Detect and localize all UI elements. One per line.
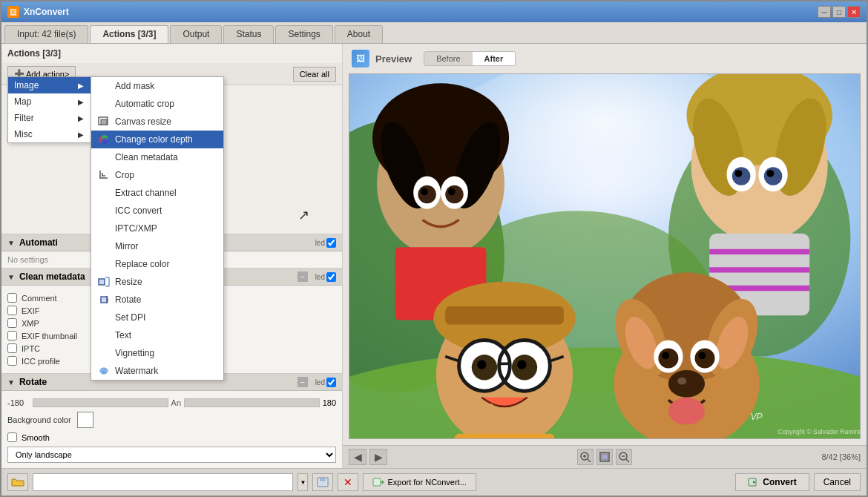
- svg-point-70: [677, 378, 686, 385]
- mirror-icon: [97, 240, 111, 252]
- fit-icon: [599, 451, 611, 463]
- submenu-icc-convert[interactable]: ICC convert: [91, 202, 223, 220]
- delete-button[interactable]: ✕: [338, 473, 358, 491]
- submenu-automatic-crop[interactable]: Automatic crop: [91, 95, 223, 113]
- path-dropdown-button[interactable]: ▼: [297, 473, 308, 491]
- add-mask-icon: [97, 80, 111, 92]
- image-submenu: Add mask Automatic crop Canvas resize: [91, 76, 224, 381]
- preview-image-svg: Copyright © Salvador Ramirez/estudio.es …: [349, 74, 860, 438]
- svg-point-21: [418, 185, 436, 204]
- export-icon: [372, 477, 384, 487]
- menu-item-misc[interactable]: Misc ▶: [8, 126, 96, 142]
- tab-settings[interactable]: Settings: [275, 25, 332, 43]
- submenu-set-dpi[interactable]: Set DPI: [91, 309, 223, 326]
- clean-metadata-icon: [97, 151, 111, 163]
- submenu-extract-channel[interactable]: Extract channel: [91, 184, 223, 202]
- svg-point-24: [448, 188, 456, 195]
- vignetting-icon: [97, 347, 111, 359]
- svg-point-4: [102, 138, 108, 144]
- window-controls: ─ □ ✕: [818, 6, 861, 18]
- output-path-input[interactable]: [33, 473, 293, 491]
- convert-icon: [748, 477, 760, 487]
- submenu-iptc-xmp[interactable]: IPTC/XMP: [91, 220, 223, 237]
- submenu-resize[interactable]: Resize: [91, 273, 223, 291]
- minimize-button[interactable]: ─: [818, 6, 831, 18]
- left-panel: Actions [3/3] ➕ Add action> Clear all Im…: [1, 44, 343, 468]
- tab-actions[interactable]: Actions [3/3]: [90, 25, 168, 43]
- menu-item-filter[interactable]: Filter ▶: [8, 110, 96, 126]
- svg-rect-54: [476, 402, 483, 421]
- svg-point-32: [732, 167, 751, 185]
- preview-tabs: Before After: [424, 51, 516, 66]
- zoom-in-button[interactable]: [577, 449, 594, 465]
- prev-image-button[interactable]: ◀: [349, 449, 366, 465]
- submenu-rotate[interactable]: Rotate: [91, 291, 223, 309]
- icc-convert-icon: [97, 205, 111, 217]
- svg-point-23: [421, 188, 428, 195]
- zoom-out-button[interactable]: [616, 449, 632, 465]
- submenu-add-mask[interactable]: Add mask: [91, 77, 223, 95]
- tab-status[interactable]: Status: [223, 25, 274, 43]
- maximize-button[interactable]: □: [832, 6, 846, 18]
- convert-button[interactable]: Convert: [735, 473, 809, 491]
- svg-rect-55: [486, 404, 493, 422]
- svg-rect-56: [454, 434, 554, 438]
- svg-rect-84: [320, 478, 326, 481]
- submenu-arrow-icon: ▶: [78, 98, 84, 106]
- resize-icon: [97, 276, 111, 288]
- path-dropdown: ▼: [297, 473, 308, 491]
- preview-icon: 🖼: [352, 50, 369, 68]
- bottom-bar: ▼ ✕ Export for NConvert...: [1, 468, 867, 496]
- automatic-crop-icon: [97, 98, 111, 110]
- menu-item-map[interactable]: Map ▶: [8, 93, 96, 110]
- next-image-button[interactable]: ▶: [369, 449, 387, 465]
- submenu-mirror[interactable]: Mirror: [91, 237, 223, 255]
- zoom-out-icon: [618, 451, 630, 463]
- content-area: Actions [3/3] ➕ Add action> Clear all Im…: [1, 44, 867, 468]
- preview-area: Copyright © Salvador Ramirez/estudio.es …: [349, 73, 861, 439]
- main-tabs: Input: 42 file(s) Actions [3/3] Output S…: [1, 22, 867, 44]
- replace-color-icon: [97, 258, 111, 270]
- submenu-clean-metadata[interactable]: Clean metadata: [91, 148, 223, 166]
- submenu-replace-color[interactable]: Replace color: [91, 255, 223, 273]
- svg-point-53: [517, 360, 526, 369]
- save-icon: [317, 477, 329, 487]
- tab-about[interactable]: About: [335, 25, 383, 43]
- change-color-depth-icon: [97, 134, 111, 145]
- export-label: Export for NConvert...: [387, 478, 466, 487]
- tab-input[interactable]: Input: 42 file(s): [4, 25, 88, 43]
- submenu-arrow-icon: ▶: [78, 114, 84, 122]
- close-button[interactable]: ✕: [847, 6, 861, 18]
- tab-after[interactable]: After: [473, 52, 516, 65]
- svg-rect-5: [99, 279, 105, 285]
- folder-icon: [11, 477, 24, 487]
- submenu-watermark[interactable]: W Watermark: [91, 362, 223, 380]
- cursor-indicator: ↗: [298, 207, 309, 223]
- submenu-vignetting[interactable]: Vignetting: [91, 344, 223, 362]
- dropdown-arrow-icon: ▼: [300, 479, 306, 486]
- submenu-crop[interactable]: Crop: [91, 166, 223, 184]
- submenu-canvas-resize[interactable]: Canvas resize: [91, 113, 223, 131]
- preview-header: 🖼 Preview Before After: [343, 44, 867, 73]
- svg-point-34: [735, 170, 743, 177]
- tab-before[interactable]: Before: [424, 52, 472, 65]
- cancel-button[interactable]: Cancel: [814, 473, 861, 491]
- svg-rect-79: [602, 454, 608, 460]
- tab-output[interactable]: Output: [170, 25, 222, 43]
- submenu-arrow-icon: ▶: [78, 131, 84, 139]
- submenu-text[interactable]: Text: [91, 326, 223, 344]
- preview-title: Preview: [375, 53, 412, 65]
- canvas-resize-icon: [97, 116, 111, 128]
- svg-rect-6: [101, 297, 107, 303]
- right-panel: 🖼 Preview Before After: [343, 44, 867, 468]
- save-button[interactable]: [312, 473, 333, 491]
- menu-item-image[interactable]: Image ▶: [8, 77, 96, 93]
- svg-text:VP: VP: [750, 412, 763, 422]
- export-button[interactable]: Export for NConvert...: [363, 473, 476, 491]
- title-bar: 🖼 XnConvert ─ □ ✕: [1, 1, 867, 22]
- submenu-change-color-depth[interactable]: Change color depth: [91, 131, 223, 148]
- fit-button[interactable]: [596, 449, 613, 465]
- svg-line-82: [626, 459, 629, 462]
- open-folder-button[interactable]: [7, 473, 28, 491]
- convert-label: Convert: [763, 477, 796, 487]
